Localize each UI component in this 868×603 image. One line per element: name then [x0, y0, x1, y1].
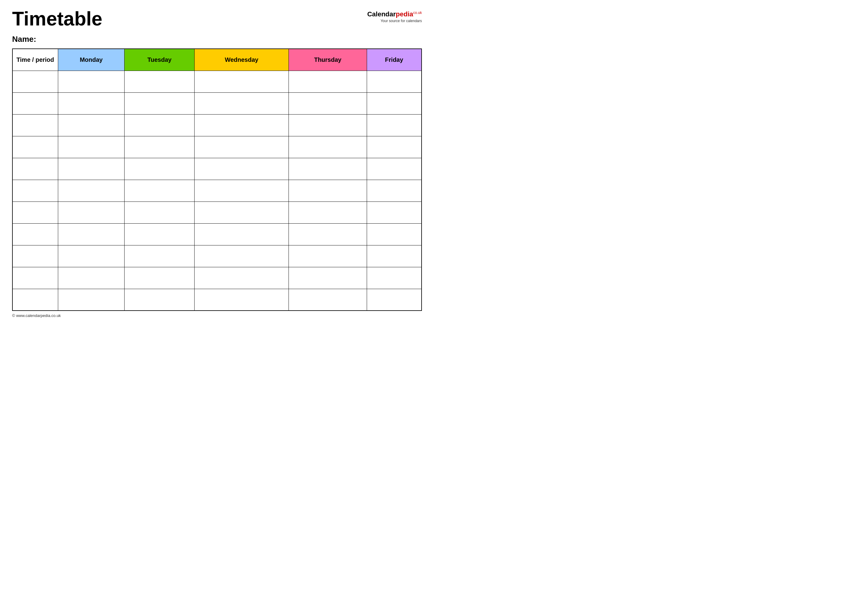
table-row [12, 267, 422, 289]
table-row [12, 136, 422, 158]
cell-wednesday[interactable] [194, 223, 289, 245]
footer: © www.calendarpedia.co.uk [12, 313, 422, 318]
cell-monday[interactable] [58, 180, 125, 201]
cell-time[interactable] [12, 93, 58, 114]
cell-monday[interactable] [58, 93, 125, 114]
cell-wednesday[interactable] [194, 136, 289, 158]
cell-tuesday[interactable] [125, 136, 195, 158]
cell-time[interactable] [12, 289, 58, 311]
cell-thursday[interactable] [289, 180, 367, 201]
cell-friday[interactable] [367, 71, 422, 93]
logo-text: Calendarpediaco.uk [367, 11, 422, 18]
cell-friday[interactable] [367, 223, 422, 245]
header-tuesday: Tuesday [125, 49, 195, 71]
cell-tuesday[interactable] [125, 223, 195, 245]
cell-wednesday[interactable] [194, 267, 289, 289]
cell-wednesday[interactable] [194, 289, 289, 311]
cell-tuesday[interactable] [125, 245, 195, 267]
cell-friday[interactable] [367, 245, 422, 267]
table-header-row: Time / period Monday Tuesday Wednesday T… [12, 49, 422, 71]
cell-thursday[interactable] [289, 136, 367, 158]
cell-monday[interactable] [58, 245, 125, 267]
timetable: Time / period Monday Tuesday Wednesday T… [12, 48, 422, 311]
cell-thursday[interactable] [289, 71, 367, 93]
cell-tuesday[interactable] [125, 267, 195, 289]
cell-thursday[interactable] [289, 267, 367, 289]
table-row [12, 71, 422, 93]
cell-friday[interactable] [367, 93, 422, 114]
cell-thursday[interactable] [289, 93, 367, 114]
cell-monday[interactable] [58, 71, 125, 93]
cell-wednesday[interactable] [194, 158, 289, 180]
cell-friday[interactable] [367, 180, 422, 201]
header-wednesday: Wednesday [194, 49, 289, 71]
cell-wednesday[interactable] [194, 114, 289, 136]
cell-friday[interactable] [367, 158, 422, 180]
footer-url: © www.calendarpedia.co.uk [12, 313, 61, 318]
table-row [12, 201, 422, 223]
cell-tuesday[interactable] [125, 71, 195, 93]
cell-time[interactable] [12, 267, 58, 289]
cell-thursday[interactable] [289, 158, 367, 180]
cell-monday[interactable] [58, 289, 125, 311]
cell-friday[interactable] [367, 201, 422, 223]
cell-tuesday[interactable] [125, 289, 195, 311]
header-thursday: Thursday [289, 49, 367, 71]
cell-monday[interactable] [58, 114, 125, 136]
cell-thursday[interactable] [289, 223, 367, 245]
name-section: Name: [12, 34, 422, 44]
cell-time[interactable] [12, 136, 58, 158]
name-label: Name: [12, 34, 36, 43]
cell-tuesday[interactable] [125, 93, 195, 114]
cell-time[interactable] [12, 245, 58, 267]
table-row [12, 93, 422, 114]
cell-time[interactable] [12, 71, 58, 93]
logo-pedia: pedia [396, 10, 413, 18]
logo-container: Calendarpediaco.uk Your source for calen… [367, 9, 422, 23]
cell-time[interactable] [12, 114, 58, 136]
cell-thursday[interactable] [289, 201, 367, 223]
cell-tuesday[interactable] [125, 201, 195, 223]
cell-monday[interactable] [58, 267, 125, 289]
cell-tuesday[interactable] [125, 114, 195, 136]
table-row [12, 223, 422, 245]
cell-wednesday[interactable] [194, 180, 289, 201]
cell-friday[interactable] [367, 114, 422, 136]
cell-monday[interactable] [58, 223, 125, 245]
cell-thursday[interactable] [289, 114, 367, 136]
logo-tagline: Your source for calendars [367, 19, 422, 23]
cell-tuesday[interactable] [125, 180, 195, 201]
header-monday: Monday [58, 49, 125, 71]
cell-monday[interactable] [58, 136, 125, 158]
cell-tuesday[interactable] [125, 158, 195, 180]
table-row [12, 114, 422, 136]
cell-wednesday[interactable] [194, 201, 289, 223]
cell-wednesday[interactable] [194, 71, 289, 93]
page-title: Timetable [12, 9, 102, 28]
header-time-period: Time / period [12, 49, 58, 71]
cell-wednesday[interactable] [194, 93, 289, 114]
cell-monday[interactable] [58, 201, 125, 223]
cell-time[interactable] [12, 180, 58, 201]
cell-friday[interactable] [367, 267, 422, 289]
table-row [12, 158, 422, 180]
cell-wednesday[interactable] [194, 245, 289, 267]
header-friday: Friday [367, 49, 422, 71]
cell-thursday[interactable] [289, 245, 367, 267]
cell-time[interactable] [12, 201, 58, 223]
table-row [12, 289, 422, 311]
table-row [12, 180, 422, 201]
cell-monday[interactable] [58, 158, 125, 180]
logo-calendar: Calendar [367, 10, 396, 18]
cell-time[interactable] [12, 158, 58, 180]
table-row [12, 245, 422, 267]
cell-friday[interactable] [367, 136, 422, 158]
header-section: Timetable Calendarpediaco.uk Your source… [12, 9, 422, 28]
cell-friday[interactable] [367, 289, 422, 311]
cell-time[interactable] [12, 223, 58, 245]
logo-couk: co.uk [413, 11, 422, 15]
cell-thursday[interactable] [289, 289, 367, 311]
